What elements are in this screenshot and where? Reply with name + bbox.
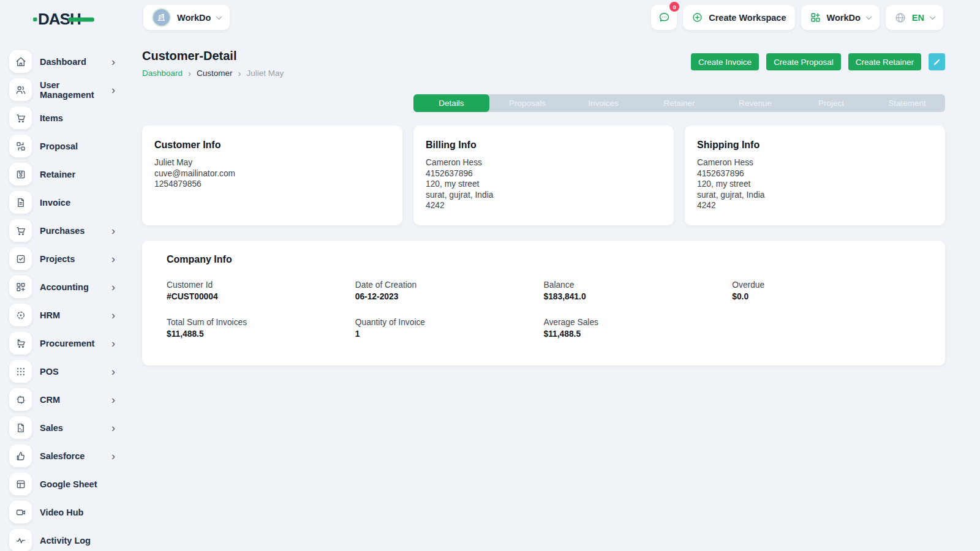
company-info-card: Company Info Customer Id #CUST00004 Date… — [142, 241, 945, 365]
field-balance: Balance $183,841.0 — [544, 280, 733, 301]
field-value: 06-12-2023 — [355, 292, 544, 301]
field-label: Balance — [544, 280, 733, 290]
workspace-selector[interactable]: WorkDo — [143, 5, 230, 30]
sidebar-nav: Dashboard › User Management › Items Prop… — [0, 50, 130, 551]
sidebar-item-accounting[interactable]: Accounting › — [0, 276, 130, 298]
chevron-right-icon: › — [111, 422, 115, 433]
page-actions: Create Invoice Create Proposal Create Re… — [691, 53, 945, 70]
sidebar-item-projects[interactable]: Projects › — [0, 247, 130, 270]
cart-icon — [9, 219, 32, 242]
sidebar-item-video-hub[interactable]: Video Hub — [0, 501, 130, 523]
field-average-sales: Average Sales $11,488.5 — [544, 318, 733, 339]
chevron-right-icon: › — [188, 69, 191, 78]
field-label: Overdue — [732, 280, 921, 290]
sidebar-item-pos[interactable]: POS › — [0, 360, 130, 383]
create-proposal-button[interactable]: Create Proposal — [766, 53, 841, 70]
sidebar-item-google-sheet[interactable]: Google Sheet — [0, 473, 130, 495]
tab-statement[interactable]: Statement — [869, 94, 945, 112]
sidebar-item-proposal[interactable]: Proposal — [0, 135, 130, 157]
sidebar-item-label: POS — [40, 367, 59, 377]
language-selector[interactable]: EN — [886, 5, 943, 30]
shipping-zip: 4242 — [697, 200, 933, 211]
create-retainer-button[interactable]: Create Retainer — [848, 53, 921, 70]
edit-customer-button[interactable] — [929, 53, 945, 70]
tab-proposals[interactable]: Proposals — [489, 94, 565, 112]
sidebar-item-salesforce[interactable]: Salesforce › — [0, 444, 130, 467]
workspace-name: WorkDo — [177, 13, 211, 23]
messenger-button[interactable]: 0 — [651, 5, 677, 30]
shipping-street: 120, my street — [697, 179, 933, 190]
sidebar-item-invoice[interactable]: Invoice — [0, 191, 130, 214]
sidebar-item-user-management[interactable]: User Management › — [0, 78, 130, 101]
sidebar-item-items[interactable]: Items — [0, 107, 130, 129]
create-workspace-button[interactable]: Create Workspace — [683, 5, 794, 30]
sidebar-item-label: Activity Log — [40, 536, 91, 545]
file-text-icon — [9, 191, 32, 214]
card-title: Customer Info — [154, 140, 390, 151]
field-label: Date of Creation — [355, 280, 544, 290]
sidebar-item-label: Google Sheet — [40, 479, 97, 489]
grid-plus-icon — [810, 12, 821, 23]
breadcrumb-dashboard[interactable]: Dashboard — [142, 69, 183, 78]
field-label: Total Sum of Invoices — [167, 318, 355, 327]
sidebar-item-retainer[interactable]: Retainer — [0, 163, 130, 186]
chevron-right-icon: › — [238, 69, 241, 78]
sidebar: DASH Dashboard › User Management › Items — [0, 0, 130, 551]
users-icon — [9, 78, 32, 101]
sidebar-item-hrm[interactable]: HRM › — [0, 304, 130, 326]
shipping-phone: 4152637896 — [697, 168, 933, 179]
page-title: Customer-Detail — [142, 49, 284, 63]
home-icon — [9, 50, 32, 73]
detail-tabs: Details Proposals Invoices Retainer Reve… — [413, 94, 945, 112]
breadcrumb: Dashboard › Customer › Juliet May — [142, 69, 284, 78]
field-value: #CUST00004 — [167, 292, 355, 301]
field-value: $0.0 — [732, 292, 921, 301]
chat-icon — [658, 11, 671, 24]
shipping-city: surat, gujrat, India — [697, 190, 933, 201]
customer-name: Juliet May — [154, 157, 390, 168]
sidebar-item-crm[interactable]: CRM › — [0, 388, 130, 411]
sidebar-item-label: Items — [40, 113, 63, 123]
chevron-right-icon: › — [111, 338, 115, 349]
sidebar-item-label: Retainer — [40, 170, 75, 179]
chevron-right-icon: › — [111, 310, 115, 321]
sidebar-item-procurement[interactable]: Procurement › — [0, 332, 130, 354]
shipping-name: Cameron Hess — [697, 157, 933, 168]
sidebar-item-label: HRM — [40, 310, 60, 320]
thumbs-up-icon — [9, 444, 32, 467]
grid-plus-icon — [9, 276, 32, 298]
customer-email: cuve@mailinator.com — [154, 168, 390, 179]
tab-details[interactable]: Details — [413, 94, 489, 112]
tab-retainer[interactable]: Retainer — [641, 94, 717, 112]
breadcrumb-customer[interactable]: Customer — [197, 69, 233, 78]
field-value: 1 — [355, 329, 544, 339]
chevron-down-icon — [930, 13, 936, 20]
chevron-right-icon: › — [111, 366, 115, 377]
sidebar-item-label: Dashboard — [40, 57, 86, 67]
sidebar-item-purchases[interactable]: Purchases › — [0, 219, 130, 242]
sidebar-item-label: Salesforce — [40, 451, 85, 461]
chevron-right-icon: › — [111, 253, 115, 264]
language-label: EN — [912, 13, 924, 23]
create-invoice-button[interactable]: Create Invoice — [691, 53, 759, 70]
sidebar-item-activity-log[interactable]: Activity Log — [0, 529, 130, 551]
sidebar-item-dashboard[interactable]: Dashboard › — [0, 50, 130, 73]
sidebar-item-sales[interactable]: Sales › — [0, 416, 130, 439]
chevron-down-icon — [865, 13, 872, 20]
card-title: Shipping Info — [697, 140, 933, 151]
floppy-icon — [9, 163, 32, 186]
tab-project[interactable]: Project — [793, 94, 869, 112]
field-total-sum-of-invoices: Total Sum of Invoices $11,488.5 — [167, 318, 355, 339]
main-content: Customer-Detail Dashboard › Customer › J… — [142, 47, 945, 365]
building-icon — [152, 8, 171, 27]
tab-revenue[interactable]: Revenue — [717, 94, 793, 112]
dash-logo[interactable]: DASH — [33, 8, 96, 30]
puzzle-icon — [9, 388, 32, 411]
billing-name: Cameron Hess — [426, 157, 662, 168]
billing-street: 120, my street — [426, 179, 662, 190]
field-value: $183,841.0 — [544, 292, 733, 301]
card-title: Company Info — [167, 254, 921, 265]
workdo-menu-button[interactable]: WorkDo — [801, 5, 880, 30]
field-value: $11,488.5 — [167, 329, 355, 339]
tab-invoices[interactable]: Invoices — [565, 94, 641, 112]
